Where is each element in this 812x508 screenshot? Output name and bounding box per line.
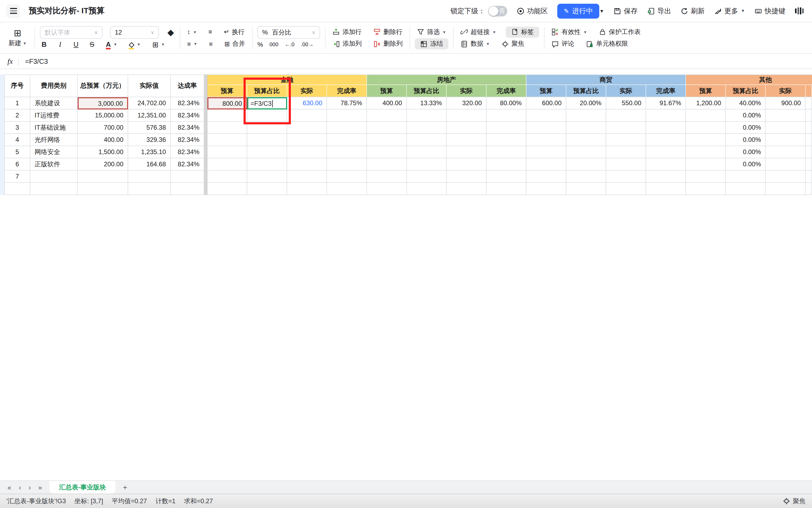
cell-permission-button[interactable]: 单元格权限	[584, 39, 630, 50]
cell[interactable]	[606, 171, 646, 183]
cell[interactable]	[447, 146, 487, 158]
first-sheet-icon[interactable]: «	[7, 484, 11, 491]
cell[interactable]: 550.00	[606, 97, 646, 110]
cell[interactable]	[207, 171, 247, 183]
cell[interactable]: 40.00%	[726, 97, 766, 110]
cell[interactable]	[207, 122, 247, 134]
cell[interactable]: 630.00	[287, 97, 327, 110]
cell[interactable]	[686, 158, 726, 171]
cell[interactable]	[566, 122, 606, 134]
cell[interactable]	[367, 146, 407, 158]
fill-color-button[interactable]: ◇▼	[127, 39, 143, 49]
sub-header[interactable]: 实际	[287, 85, 327, 97]
group-header[interactable]: 房地产	[367, 74, 527, 85]
outdent-button[interactable]: ≡	[207, 39, 215, 49]
cell[interactable]: 15,000.00	[78, 110, 128, 122]
cell[interactable]	[171, 171, 204, 183]
cell[interactable]	[766, 122, 806, 134]
cell[interactable]	[726, 171, 766, 183]
cell[interactable]	[407, 134, 447, 146]
cell[interactable]	[447, 183, 487, 195]
cell[interactable]: 1	[4, 97, 30, 110]
sub-header[interactable]: 预算	[207, 85, 247, 97]
cell[interactable]	[527, 171, 566, 183]
add-row-button[interactable]: 添加行	[330, 27, 364, 38]
cell[interactable]	[447, 171, 487, 183]
freeze-button[interactable]: 冻结	[415, 39, 448, 50]
cell[interactable]	[128, 171, 171, 183]
cell[interactable]	[128, 183, 171, 195]
cell[interactable]: 82.34%	[171, 134, 204, 146]
cell[interactable]	[207, 110, 247, 122]
sub-header[interactable]: 预算占比	[247, 85, 287, 97]
cell[interactable]: 78.75%	[327, 97, 367, 110]
cell[interactable]: IT运维费	[30, 110, 78, 122]
doc-status-dropdown-icon[interactable]: ▼	[599, 8, 604, 13]
focus-button[interactable]: 聚焦	[499, 39, 527, 50]
cell[interactable]	[646, 122, 686, 134]
cell[interactable]	[686, 171, 726, 183]
last-sheet-icon[interactable]: »	[38, 484, 42, 491]
cell[interactable]: 5	[4, 146, 30, 158]
cell[interactable]	[487, 110, 527, 122]
italic-button[interactable]: I	[56, 40, 64, 49]
cell[interactable]	[327, 134, 367, 146]
cell[interactable]: 82.34%	[171, 97, 204, 110]
cell[interactable]: 80.00%	[487, 97, 527, 110]
cell[interactable]: 400.00	[367, 97, 407, 110]
cell[interactable]	[447, 134, 487, 146]
cell[interactable]	[207, 158, 247, 171]
cell-partial[interactable]	[806, 146, 812, 158]
cell[interactable]	[686, 110, 726, 122]
cell[interactable]	[407, 183, 447, 195]
doc-status-button[interactable]: ✎ 进行中	[557, 3, 599, 18]
cell[interactable]	[447, 110, 487, 122]
cell[interactable]: 0.00%	[726, 122, 766, 134]
cell[interactable]	[646, 183, 686, 195]
cell[interactable]	[367, 158, 407, 171]
group-header[interactable]: 金融	[207, 74, 367, 85]
save-button[interactable]: 保存	[614, 6, 637, 16]
cell[interactable]	[287, 171, 327, 183]
cell[interactable]	[78, 171, 128, 183]
cell[interactable]	[367, 122, 407, 134]
cell[interactable]: 1,500.00	[78, 146, 128, 158]
cell[interactable]: 320.00	[447, 97, 487, 110]
hyperlink-button[interactable]: 超链接▼	[458, 27, 498, 38]
cell[interactable]	[606, 183, 646, 195]
cell[interactable]	[287, 158, 327, 171]
cell[interactable]	[487, 183, 527, 195]
cell[interactable]: 82.34%	[171, 110, 204, 122]
increase-decimal-icon[interactable]: .00→	[301, 41, 313, 47]
cell[interactable]: 1,235.10	[128, 146, 171, 158]
cell[interactable]: 91.67%	[646, 97, 686, 110]
cell[interactable]: 7	[4, 171, 30, 183]
cell[interactable]	[407, 146, 447, 158]
cell[interactable]: 600.00	[527, 97, 566, 110]
next-sheet-icon[interactable]: ›	[29, 484, 31, 491]
sub-header[interactable]: 预算	[367, 85, 407, 97]
cell-partial[interactable]	[806, 171, 812, 183]
bold-button[interactable]: B	[40, 40, 48, 48]
sub-header[interactable]: 完成率	[646, 85, 686, 97]
cell[interactable]	[407, 122, 447, 134]
cell[interactable]	[327, 146, 367, 158]
focus-mode-button[interactable]: 聚焦	[783, 497, 806, 506]
cell[interactable]	[686, 122, 726, 134]
cell[interactable]	[207, 183, 247, 195]
cell[interactable]: 3	[4, 122, 30, 134]
cell[interactable]: 0.00%	[726, 158, 766, 171]
cell[interactable]: 576.38	[128, 122, 171, 134]
cell[interactable]: 700.00	[78, 122, 128, 134]
cell[interactable]	[4, 183, 30, 195]
column-header[interactable]: 序号	[4, 74, 30, 97]
column-header[interactable]: 实际值	[128, 74, 171, 97]
cell[interactable]	[527, 134, 566, 146]
cell[interactable]	[327, 110, 367, 122]
thousand-separator-icon[interactable]: 000	[269, 41, 278, 47]
cell[interactable]: 400.00	[78, 134, 128, 146]
export-button[interactable]: 导出	[647, 6, 671, 16]
cell[interactable]	[606, 146, 646, 158]
cell[interactable]	[287, 122, 327, 134]
cell[interactable]: 82.34%	[171, 158, 204, 171]
